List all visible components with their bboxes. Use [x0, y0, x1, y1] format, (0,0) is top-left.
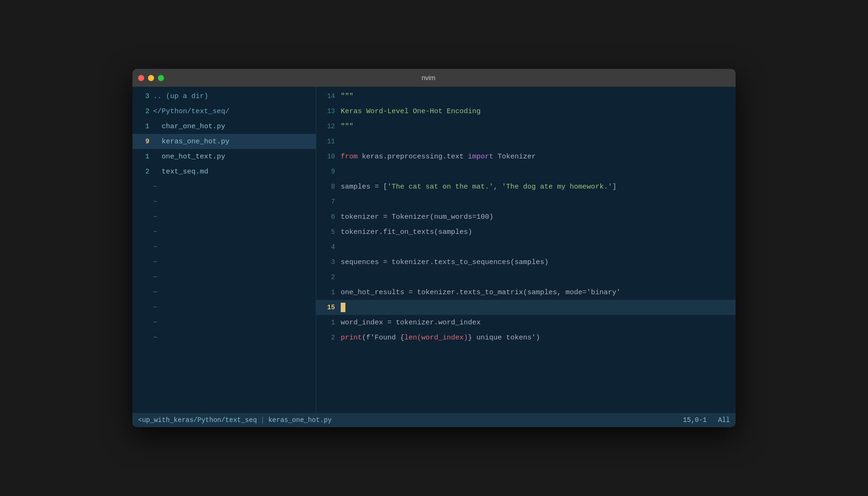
code-line-1b: 1 word_index = tokenizer.word_index — [316, 315, 736, 330]
line-number: 9 — [320, 168, 335, 175]
line-number: 2 — [320, 334, 335, 341]
file-row-one-hot-text[interactable]: 1 one_hot_text.py — [132, 149, 316, 164]
line-number-active: 15 — [320, 304, 335, 311]
code-line-8: 8 samples = ['The cat sat on the mat.', … — [316, 179, 736, 194]
tilde-row: ~ — [132, 224, 316, 240]
line-number: 13 — [320, 107, 335, 115]
file-row-keras[interactable]: 9 keras_one_hot.py — [132, 134, 316, 149]
code-content: Keras Word-Level One-Hot Encoding — [341, 107, 481, 116]
code-content — [341, 303, 345, 312]
line-number: 4 — [320, 243, 335, 251]
editor-area: 3 .. (up a dir) 2 </Python/text_seq/ 1 c… — [132, 87, 736, 413]
tilde-row: ~ — [132, 179, 316, 194]
code-pane[interactable]: 14 """ 13 Keras Word-Level One-Hot Encod… — [316, 87, 736, 413]
code-line-15-cursor: 15 — [316, 300, 736, 315]
code-content: """ — [341, 123, 353, 131]
line-number: 1 — [320, 319, 335, 326]
line-number: 6 — [320, 213, 335, 221]
file-name: keras_one_hot.py — [153, 138, 229, 146]
line-num: 1 — [136, 153, 149, 160]
tilde-row: ~ — [132, 240, 316, 255]
line-num: 9 — [136, 138, 149, 145]
code-line-6: 6 tokenizer = Tokenizer(num_words=100) — [316, 209, 736, 224]
code-content: tokenizer.fit_on_texts(samples) — [341, 228, 472, 236]
line-number: 8 — [320, 183, 335, 190]
line-number: 3 — [320, 258, 335, 266]
tilde-row: ~ — [132, 270, 316, 285]
status-view: All — [718, 416, 730, 424]
line-number: 1 — [320, 289, 335, 296]
tilde-row: ~ — [132, 330, 316, 345]
cursor-block — [341, 303, 345, 312]
code-line-3: 3 sequences = tokenizer.texts_to_sequenc… — [316, 255, 736, 270]
code-line-10: 10 from keras.preprocessing.text import … — [316, 149, 736, 164]
file-pane[interactable]: 3 .. (up a dir) 2 </Python/text_seq/ 1 c… — [132, 87, 316, 413]
code-line-12: 12 """ — [316, 119, 736, 134]
line-number: 11 — [320, 138, 335, 145]
code-line-2b: 2 print(f'Found {len(word_index)} unique… — [316, 330, 736, 345]
code-line-9: 9 — [316, 164, 736, 179]
tilde-row: ~ — [132, 255, 316, 270]
line-num: 3 — [136, 92, 149, 100]
nvim-window: nvim 3 .. (up a dir) 2 </Python/text_seq… — [132, 69, 736, 427]
code-content: word_index = tokenizer.word_index — [341, 319, 481, 327]
status-filename: keras_one_hot.py — [268, 416, 683, 424]
code-line-13: 13 Keras Word-Level One-Hot Encoding — [316, 104, 736, 119]
file-name: one_hot_text.py — [153, 153, 225, 161]
tilde-row: ~ — [132, 194, 316, 209]
code-content: one_hot_results = tokenizer.texts_to_mat… — [341, 289, 621, 297]
line-num: 1 — [136, 123, 149, 130]
file-row-text-seq[interactable]: 2 text_seq.md — [132, 164, 316, 179]
line-number: 10 — [320, 153, 335, 160]
code-line-14: 14 """ — [316, 89, 736, 104]
file-name: </Python/text_seq/ — [153, 107, 229, 116]
line-number: 5 — [320, 228, 335, 236]
code-content: print(f'Found {len(word_index)} unique t… — [341, 334, 540, 342]
code-line-4: 4 — [316, 240, 736, 255]
tilde-row: ~ — [132, 300, 316, 315]
code-content: """ — [341, 92, 353, 100]
code-content: sequences = tokenizer.texts_to_sequences… — [341, 258, 549, 266]
code-line-7: 7 — [316, 194, 736, 209]
line-number: 2 — [320, 273, 335, 281]
code-line-5: 5 tokenizer.fit_on_texts(samples) — [316, 224, 736, 240]
file-row-char[interactable]: 1 char_one_hot.py — [132, 119, 316, 134]
line-num: 2 — [136, 107, 149, 115]
code-line-11: 11 — [316, 134, 736, 149]
file-name: text_seq.md — [153, 168, 208, 176]
line-num: 2 — [136, 168, 149, 175]
tilde-row: ~ — [132, 209, 316, 224]
status-left: <up_with_keras/Python/text_seq — [138, 416, 257, 424]
tilde-row: ~ — [132, 285, 316, 300]
status-position: 15,0-1 — [683, 416, 706, 424]
line-number: 14 — [320, 92, 335, 100]
code-line-2: 2 — [316, 270, 736, 285]
tilde-row: ~ — [132, 315, 316, 330]
code-line-1: 1 one_hot_results = tokenizer.texts_to_m… — [316, 285, 736, 300]
file-name: char_one_hot.py — [153, 123, 225, 131]
file-row-dotdot[interactable]: 3 .. (up a dir) — [132, 89, 316, 104]
code-content: samples = ['The cat sat on the mat.', 'T… — [341, 183, 616, 191]
code-content: tokenizer = Tokenizer(num_words=100) — [341, 213, 493, 221]
line-number: 7 — [320, 198, 335, 206]
window-title: nvim — [132, 74, 730, 82]
file-row-dir[interactable]: 2 </Python/text_seq/ — [132, 104, 316, 119]
status-bar: <up_with_keras/Python/text_seq | keras_o… — [132, 413, 736, 427]
file-name: .. (up a dir) — [153, 92, 208, 100]
title-bar: nvim — [132, 69, 736, 87]
line-number: 12 — [320, 123, 335, 130]
code-content: from keras.preprocessing.text import Tok… — [341, 153, 536, 161]
